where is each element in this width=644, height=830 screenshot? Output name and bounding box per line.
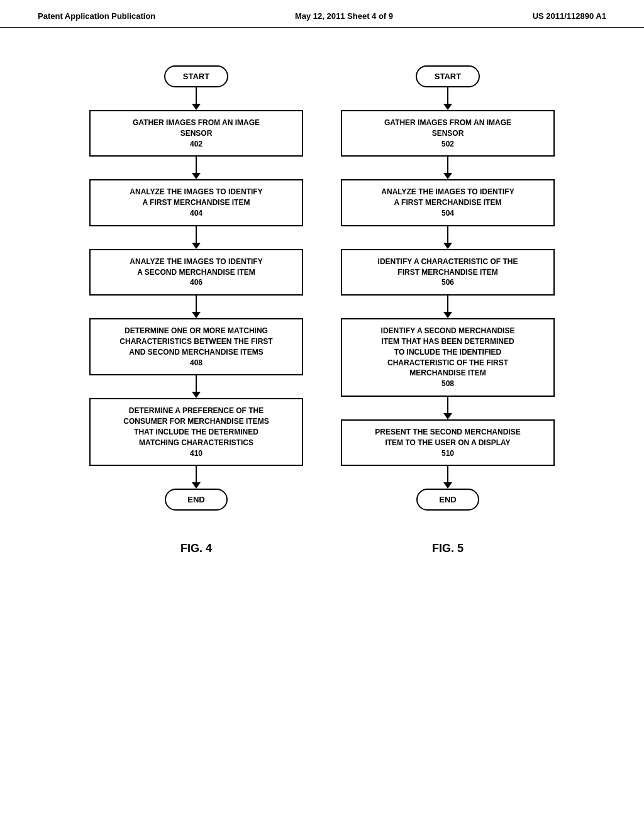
fig4-step-406: ANALYZE THE IMAGES TO IDENTIFYA SECOND M…	[89, 249, 303, 296]
arrow-line	[447, 296, 448, 312]
arrow-fig4-3	[192, 296, 201, 318]
arrow-line	[196, 466, 197, 482]
arrow-fig4-5	[192, 466, 201, 489]
fig5-start-oval: START	[416, 65, 480, 87]
arrow-head	[192, 173, 201, 179]
fig5-step-506: IDENTIFY A CHARACTERISTIC OF THEFIRST ME…	[341, 249, 555, 296]
arrow-line	[447, 87, 448, 104]
arrow-line	[196, 157, 197, 173]
fig4-start-oval: START	[164, 65, 228, 87]
main-content: START GATHER IMAGES FROM AN IMAGESENSOR4…	[0, 28, 644, 536]
arrow-fig4-4	[192, 375, 201, 398]
arrow-head	[443, 104, 452, 110]
arrow-head	[443, 173, 452, 179]
fig5-step-510: PRESENT THE SECOND MERCHANDISEITEM TO TH…	[341, 419, 555, 466]
arrow-fig5-5	[443, 466, 452, 489]
arrow-head	[192, 104, 201, 110]
fig5-step-504: ANALYZE THE IMAGES TO IDENTIFYA FIRST ME…	[341, 179, 555, 226]
arrow-line	[447, 157, 448, 173]
arrow-fig4-1	[192, 157, 201, 179]
arrow-line	[196, 375, 197, 392]
fig-labels: FIG. 4 FIG. 5	[0, 536, 644, 580]
arrow-fig4-2	[192, 226, 201, 249]
header-center: May 12, 2011 Sheet 4 of 9	[295, 11, 393, 21]
arrow-line	[196, 296, 197, 312]
fig4-start-label: START	[183, 72, 209, 81]
arrow-fig5-1	[443, 157, 452, 179]
fig4-step-410: DETERMINE A PREFERENCE OF THECONSUMER FO…	[89, 398, 303, 466]
arrow-line	[447, 226, 448, 243]
fig4-label: FIG. 4	[89, 542, 303, 555]
fig5-end-label: END	[439, 495, 456, 504]
fig4-step-408: DETERMINE ONE OR MORE MATCHINGCHARACTERI…	[89, 318, 303, 375]
fig5-label: FIG. 5	[341, 542, 555, 555]
arrow-head	[443, 312, 452, 318]
arrow-head	[192, 243, 201, 249]
arrow-fig5-3	[443, 296, 452, 318]
arrow-head	[443, 482, 452, 489]
arrow-head	[192, 482, 201, 489]
fig4-end-oval: END	[165, 489, 228, 511]
arrow-head	[192, 312, 201, 318]
arrow-head	[192, 392, 201, 398]
arrow-line	[196, 226, 197, 243]
fig4-step-404: ANALYZE THE IMAGES TO IDENTIFYA FIRST ME…	[89, 179, 303, 226]
header-left: Patent Application Publication	[38, 11, 155, 21]
fig4-end-label: END	[187, 495, 204, 504]
arrow-fig5-2	[443, 226, 452, 249]
arrow-fig5-0	[443, 87, 452, 110]
fig5-start-label: START	[435, 72, 461, 81]
arrow-head	[443, 413, 452, 419]
fig4-step-402: GATHER IMAGES FROM AN IMAGESENSOR402	[89, 110, 303, 157]
header-right: US 2011/112890 A1	[533, 11, 606, 21]
arrow-fig4-0	[192, 87, 201, 110]
fig5-step-502: GATHER IMAGES FROM AN IMAGESENSOR502	[341, 110, 555, 157]
arrow-line	[447, 397, 448, 413]
flowchart-fig5: START GATHER IMAGES FROM AN IMAGESENSOR5…	[341, 65, 555, 511]
flowchart-fig4: START GATHER IMAGES FROM AN IMAGESENSOR4…	[89, 65, 303, 511]
arrow-line	[196, 87, 197, 104]
arrow-line	[447, 466, 448, 482]
arrow-head	[443, 243, 452, 249]
fig5-end-oval: END	[416, 489, 479, 511]
fig5-step-508: IDENTIFY A SECOND MERCHANDISEITEM THAT H…	[341, 318, 555, 397]
page-header: Patent Application Publication May 12, 2…	[0, 0, 644, 28]
arrow-fig5-4	[443, 397, 452, 419]
